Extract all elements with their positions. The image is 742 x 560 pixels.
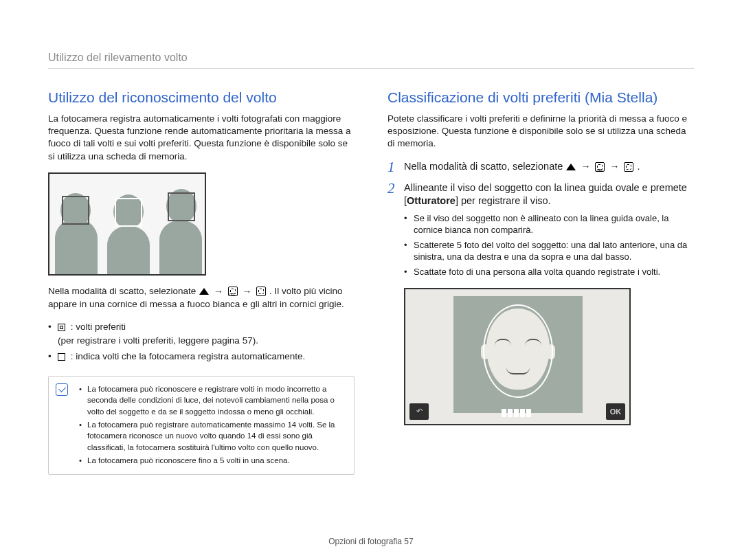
list-item: : volti preferiti (per registrare i volt… [48,320,355,347]
menu-up-icon [199,287,210,296]
text-span: : indica volti che la fotocamera registr… [71,351,305,361]
list-item: : indica volti che la fotocamera registr… [48,350,355,363]
step-2: 2 Allineante il viso del soggetto con la… [387,181,694,281]
ok-button[interactable]: OK [606,403,625,420]
note-item: La fotocamera può riconoscere fino a 5 v… [79,455,346,467]
list-item: Scatterete 5 foto del volto del soggetto… [404,239,694,263]
capture-progress-icon [502,409,531,417]
content-columns: Utilizzo del riconoscimento del volto La… [48,89,694,475]
text-span: Nella modalità di scatto, selezionate [404,161,565,172]
favorite-frame-icon [58,324,65,331]
left-column: Utilizzo del riconoscimento del volto La… [48,89,355,475]
list-item: Se il viso del soggetto non è allineato … [404,212,694,236]
section-title-left: Utilizzo del riconoscimento del volto [48,89,355,106]
text-span: . [638,161,640,172]
menu-up-icon [565,162,576,172]
focus-frame-white-icon [115,198,142,227]
list-item: Scattate foto di una persona alla volta … [404,266,694,278]
step-text: Allineante il viso del soggetto con la l… [404,181,694,281]
step-text: Nella modalità di scatto, selezionate → … [404,160,694,175]
page-number: 57 [404,537,413,546]
face-detect-off-icon [227,287,238,296]
step-1: 1 Nella modalità di scatto, selezionate … [387,160,694,175]
page-footer: Opzioni di fotografia 57 [0,537,742,546]
face-detect-off-icon [594,162,605,172]
shutter-label: Otturatore [407,195,456,206]
intro-right: Potete classificare i volti preferiti e … [387,113,694,150]
arrow-right-icon: → [242,285,251,298]
face-detection-illustration [48,172,206,276]
frame-legend-list: : volti preferiti (per registrare i volt… [48,320,355,363]
notes-box: La fotocamera può riconoscere e registra… [48,376,355,475]
text-span: : volti preferiti [71,322,126,332]
focus-frame-grey-icon [168,192,195,221]
note-item: La fotocamera può riconoscere e registra… [79,383,346,418]
text-span: (per registrare i volti preferiti, legge… [58,335,258,346]
step-number: 2 [387,181,404,281]
face-smart-icon [256,287,267,296]
intro-left: La fotocamera registra automaticamente i… [48,113,355,163]
focus-frame-grey-icon [62,196,89,225]
arrow-right-icon: → [581,160,590,173]
section-title-right: Classificazione di volti preferiti (Mia … [387,89,694,106]
note-item: La fotocamera può registrare automaticam… [79,419,346,453]
oval-guide-icon [483,304,553,398]
text-span: ] per registrare il viso. [456,195,551,206]
face-registration-illustration: ↶ OK [404,288,631,425]
mode-instruction-left: Nella modalità di scatto, selezionate → … [48,285,355,311]
auto-frame-icon [58,353,65,361]
step-2-notes: Se il viso del soggetto non è allineato … [404,212,694,278]
face-star-icon [623,162,634,172]
back-button[interactable]: ↶ [409,403,429,420]
footer-text: Opzioni di fotografia [328,537,404,546]
page-header: Utilizzo del rilevamento volto [48,52,694,69]
arrow-right-icon: → [609,160,619,173]
step-number: 1 [387,160,404,175]
manual-page: Utilizzo del rilevamento volto Utilizzo … [0,0,742,495]
right-column: Classificazione di volti preferiti (Mia … [387,89,694,475]
note-icon [56,383,68,396]
back-arrow-icon: ↶ [416,407,423,416]
arrow-right-icon: → [214,285,223,298]
text-span: Nella modalità di scatto, selezionate [48,286,199,296]
